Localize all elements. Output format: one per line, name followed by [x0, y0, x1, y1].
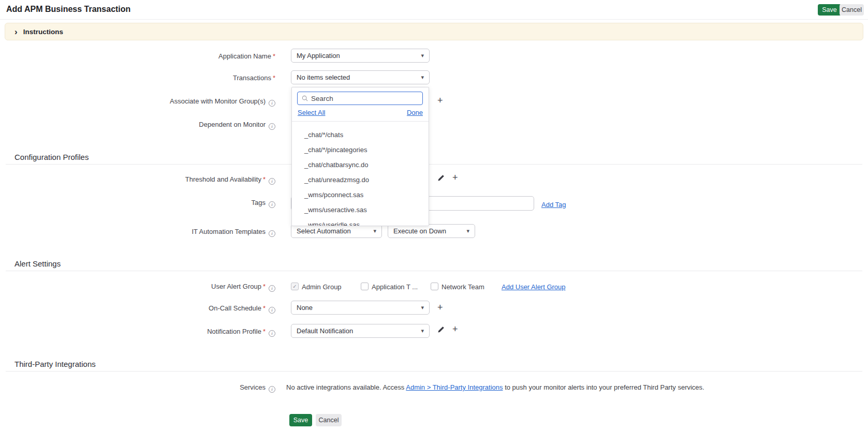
application-name-select[interactable]: My Application ▾	[291, 49, 430, 63]
configuration-profiles-title: Configuration Profiles	[14, 153, 89, 161]
transaction-option[interactable]: _chat/*/pincategories	[292, 142, 429, 157]
services-text-after: to push your monitor alerts into your pr…	[503, 383, 704, 391]
services-label: Servicesi	[0, 383, 275, 393]
select-all-link[interactable]: Select All	[298, 109, 325, 116]
required-mark: *	[263, 175, 266, 183]
label-text: IT Automation Templates	[192, 228, 266, 235]
info-icon[interactable]: i	[269, 201, 275, 208]
label-text: Notification Profile	[207, 328, 261, 335]
required-mark: *	[263, 283, 266, 290]
info-icon[interactable]: i	[269, 100, 275, 107]
info-icon[interactable]: i	[269, 230, 275, 237]
transaction-option[interactable]: _wms/useractive.sas	[292, 202, 429, 217]
transactions-options-list: _chat/*/chats _chat/*/pincategories _cha…	[292, 122, 429, 226]
page-title: Add APM Business Transaction	[6, 5, 130, 14]
it-automation-label: IT Automation Templatesi	[0, 227, 275, 237]
info-icon[interactable]: i	[269, 307, 275, 314]
transactions-dropdown-panel: Select All Done _chat/*/chats _chat/*/pi…	[291, 87, 429, 226]
dependent-monitor-label: Dependent on Monitori	[0, 120, 275, 130]
info-glyph: i	[271, 231, 273, 236]
cancel-button-bottom[interactable]: Cancel	[316, 414, 342, 426]
notification-profile-select[interactable]: Default Notification ▾	[291, 324, 430, 338]
execute-on-down-select[interactable]: Execute on Down ▾	[388, 224, 475, 238]
info-glyph: i	[271, 387, 273, 392]
cancel-button-top[interactable]: Cancel	[840, 4, 864, 16]
add-apm-business-transaction-page: Add APM Business Transaction Save Cancel…	[0, 0, 868, 445]
add-tag-link[interactable]: Add Tag	[541, 201, 566, 209]
info-icon[interactable]: i	[269, 285, 275, 292]
services-description: No active integrations available. Access…	[286, 383, 704, 391]
selected-value: Execute on Down	[393, 227, 462, 235]
info-glyph: i	[271, 179, 273, 184]
info-icon[interactable]: i	[269, 330, 275, 337]
info-icon[interactable]: i	[269, 178, 275, 185]
selected-value: Select Automation	[297, 227, 369, 235]
caret-down-icon: ▾	[421, 328, 424, 334]
selected-value: Default Notification	[297, 327, 417, 335]
checkbox-label-application-team[interactable]: Application T ...	[372, 283, 418, 291]
transaction-option[interactable]: _wms/pconnect.sas	[292, 187, 429, 202]
search-icon	[302, 95, 308, 101]
admin-third-party-integrations-link[interactable]: Admin > Third-Party Integrations	[406, 383, 503, 391]
section-divider	[6, 371, 862, 372]
third-party-integrations-title: Third-Party Integrations	[14, 360, 96, 368]
checkbox-application-team[interactable]	[361, 283, 369, 290]
services-text-before: No active integrations available. Access	[286, 383, 406, 391]
info-glyph: i	[271, 124, 273, 129]
select-automation-select[interactable]: Select Automation ▾	[291, 224, 382, 238]
transactions-select[interactable]: No items selected ▾	[291, 70, 430, 84]
label-text: On-Call Schedule	[209, 304, 261, 312]
label-text: Tags	[252, 199, 266, 206]
checkbox-network-team[interactable]	[431, 283, 438, 290]
transaction-option[interactable]: _chat/unreadzmsg.do	[292, 172, 429, 187]
add-monitor-group-button[interactable]: +	[437, 96, 443, 105]
caret-down-icon: ▾	[421, 304, 424, 311]
application-name-label: Application Name*	[0, 52, 275, 61]
pencil-icon	[437, 326, 445, 333]
caret-down-icon: ▾	[421, 52, 424, 59]
add-user-alert-group-link[interactable]: Add User Alert Group	[502, 283, 566, 291]
threshold-label: Threshold and Availability*i	[0, 175, 275, 185]
user-alert-group-label: User Alert Group*i	[0, 282, 275, 292]
transaction-option[interactable]: _chat/chatbarsync.do	[292, 157, 429, 172]
info-icon[interactable]: i	[269, 386, 275, 393]
pencil-icon	[437, 174, 445, 182]
label-text: Application Name	[218, 52, 271, 60]
info-glyph: i	[271, 307, 273, 313]
info-icon[interactable]: i	[269, 123, 275, 130]
caret-down-icon: ▾	[466, 228, 469, 234]
label-text: Dependent on Monitor	[199, 121, 266, 128]
info-glyph: i	[271, 100, 273, 106]
section-divider	[6, 164, 862, 165]
done-link[interactable]: Done	[407, 109, 423, 116]
chevron-right-icon: ›	[14, 27, 18, 36]
add-notification-profile-button[interactable]: +	[452, 325, 458, 333]
on-call-schedule-select[interactable]: None ▾	[291, 301, 430, 315]
label-text: Services	[240, 383, 266, 391]
selected-value: My Application	[297, 52, 417, 60]
transactions-label: Transactions*	[0, 73, 275, 82]
instructions-accordion[interactable]: › Instructions	[5, 23, 863, 40]
transaction-option[interactable]: _chat/*/chats	[292, 127, 429, 142]
required-mark: *	[263, 304, 266, 312]
checkbox-label-network-team[interactable]: Network Team	[442, 283, 484, 291]
checkbox-label-admin-group[interactable]: Admin Group	[302, 283, 342, 291]
top-bar: Add APM Business Transaction	[0, 0, 868, 20]
add-threshold-button[interactable]: +	[452, 173, 458, 182]
transactions-search-input[interactable]	[311, 95, 418, 102]
edit-threshold-button[interactable]	[437, 174, 445, 182]
edit-notification-profile-button[interactable]	[437, 326, 445, 333]
checkbox-admin-group[interactable]: ✓	[291, 283, 299, 290]
required-mark: *	[263, 328, 266, 335]
save-button-bottom[interactable]: Save	[289, 414, 312, 426]
transaction-option[interactable]: _wms/useridle.sas	[292, 217, 429, 226]
info-glyph: i	[271, 331, 273, 336]
tags-label: Tagsi	[0, 198, 275, 208]
save-button-top[interactable]: Save	[818, 4, 841, 16]
caret-down-icon: ▾	[373, 228, 376, 234]
selected-value: None	[297, 304, 417, 312]
selected-value: No items selected	[297, 73, 417, 81]
check-icon: ✓	[292, 284, 297, 289]
add-on-call-schedule-button[interactable]: +	[437, 303, 443, 312]
required-mark: *	[273, 74, 275, 82]
